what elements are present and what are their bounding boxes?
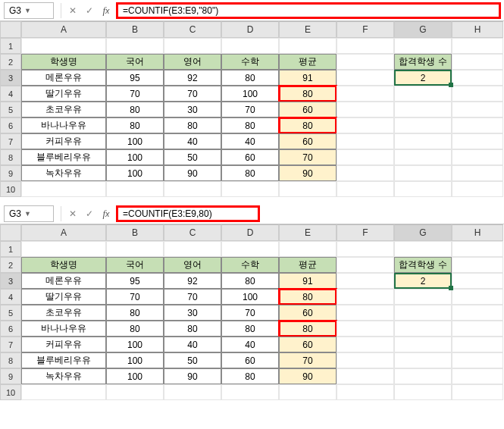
cell-kor[interactable]: 70 — [106, 289, 164, 305]
cell[interactable] — [337, 102, 394, 117]
cell[interactable] — [452, 337, 503, 352]
cell-eng[interactable]: 80 — [164, 321, 221, 337]
cell-kor[interactable]: 100 — [106, 165, 164, 181]
cell[interactable] — [164, 241, 221, 257]
cell[interactable] — [337, 86, 394, 102]
cell-avg[interactable]: 60 — [279, 133, 337, 149]
cell[interactable] — [106, 181, 164, 197]
cell[interactable] — [452, 38, 503, 54]
cell[interactable] — [221, 241, 279, 257]
cell-eng[interactable]: 50 — [164, 149, 221, 165]
cell[interactable] — [394, 102, 452, 117]
row-header[interactable]: 2 — [0, 257, 21, 273]
row-header[interactable]: 4 — [0, 289, 21, 305]
cell[interactable] — [221, 38, 279, 54]
cell-kor[interactable]: 95 — [106, 273, 164, 289]
row-header[interactable]: 10 — [0, 181, 21, 197]
cell-math[interactable]: 60 — [221, 352, 279, 368]
cell[interactable] — [164, 38, 221, 54]
cell[interactable] — [394, 368, 452, 384]
col-header[interactable]: H — [452, 224, 503, 241]
cell-eng[interactable]: 90 — [164, 368, 221, 384]
formula-input[interactable]: =COUNTIF(E3:E9,"80") — [116, 2, 501, 19]
cell-math[interactable]: 80 — [221, 70, 279, 86]
cell-avg[interactable]: 70 — [279, 149, 337, 165]
cell[interactable] — [337, 257, 394, 273]
cell-kor[interactable]: 100 — [106, 149, 164, 165]
cell[interactable] — [452, 133, 503, 149]
cell[interactable] — [394, 321, 452, 337]
cell[interactable] — [452, 257, 503, 273]
row-header[interactable]: 2 — [0, 54, 21, 70]
col-header[interactable]: C — [164, 224, 221, 241]
cell-eng[interactable]: 70 — [164, 86, 221, 102]
cell-math[interactable]: 70 — [221, 305, 279, 321]
result-header[interactable]: 합격학생 수 — [394, 54, 452, 70]
cell[interactable] — [337, 321, 394, 337]
col-header[interactable]: F — [337, 224, 394, 241]
cell-kor[interactable]: 80 — [106, 102, 164, 117]
row-header[interactable]: 7 — [0, 133, 21, 149]
cell[interactable] — [394, 86, 452, 102]
cell-name[interactable]: 딸기우유 — [21, 289, 106, 305]
cell[interactable] — [452, 241, 503, 257]
cell[interactable] — [452, 86, 503, 102]
cell-math[interactable]: 70 — [221, 102, 279, 117]
cell-name[interactable]: 블루베리우유 — [21, 352, 106, 368]
cell-eng[interactable]: 90 — [164, 165, 221, 181]
spreadsheet-grid[interactable]: ABCDEFGH12학생명국어영어수학평균합격학생 수3메론우유95928091… — [0, 21, 504, 197]
cell-name[interactable]: 커피우유 — [21, 133, 106, 149]
cell-avg[interactable]: 60 — [279, 305, 337, 321]
cell[interactable] — [337, 117, 394, 133]
cell[interactable] — [279, 38, 337, 54]
col-header[interactable]: H — [452, 21, 503, 38]
cell[interactable] — [106, 38, 164, 54]
cell[interactable] — [337, 384, 394, 400]
cell-math[interactable]: 100 — [221, 86, 279, 102]
cell-kor[interactable]: 80 — [106, 321, 164, 337]
row-header[interactable]: 5 — [0, 102, 21, 117]
cell[interactable] — [21, 241, 106, 257]
cell[interactable] — [279, 384, 337, 400]
cell[interactable] — [21, 38, 106, 54]
cell[interactable] — [394, 181, 452, 197]
cell-eng[interactable]: 80 — [164, 117, 221, 133]
cell[interactable] — [221, 181, 279, 197]
cell-name[interactable]: 메론우유 — [21, 273, 106, 289]
col-header[interactable]: A — [21, 21, 106, 38]
col-header[interactable]: G — [394, 224, 452, 241]
cell-kor[interactable]: 100 — [106, 368, 164, 384]
cell-kor[interactable]: 70 — [106, 86, 164, 102]
cell[interactable] — [337, 54, 394, 70]
cell[interactable] — [106, 241, 164, 257]
cell[interactable] — [337, 305, 394, 321]
cell[interactable] — [337, 70, 394, 86]
col-header[interactable]: F — [337, 21, 394, 38]
cell[interactable] — [21, 384, 106, 400]
cell[interactable] — [221, 384, 279, 400]
enter-icon[interactable]: ✓ — [81, 2, 98, 19]
row-header[interactable]: 3 — [0, 273, 21, 289]
cell-math[interactable]: 80 — [221, 321, 279, 337]
cell-kor[interactable]: 80 — [106, 117, 164, 133]
name-box[interactable]: G3▼ — [4, 205, 54, 222]
cell[interactable] — [452, 117, 503, 133]
result-header[interactable]: 합격학생 수 — [394, 257, 452, 273]
cell-kor[interactable]: 100 — [106, 352, 164, 368]
result-cell[interactable]: 2 — [394, 70, 452, 86]
table-header-kor[interactable]: 국어 — [106, 257, 164, 273]
cell[interactable] — [452, 352, 503, 368]
cell[interactable] — [337, 38, 394, 54]
col-header[interactable]: G — [394, 21, 452, 38]
cell-avg[interactable]: 90 — [279, 165, 337, 181]
table-header-math[interactable]: 수학 — [221, 54, 279, 70]
cell-math[interactable]: 40 — [221, 337, 279, 352]
cell[interactable] — [279, 181, 337, 197]
cell-avg[interactable]: 80 — [279, 117, 337, 133]
cell[interactable] — [164, 384, 221, 400]
table-header-kor[interactable]: 국어 — [106, 54, 164, 70]
row-header[interactable]: 10 — [0, 384, 21, 400]
cell[interactable] — [394, 241, 452, 257]
cell[interactable] — [452, 305, 503, 321]
table-header-name[interactable]: 학생명 — [21, 54, 106, 70]
